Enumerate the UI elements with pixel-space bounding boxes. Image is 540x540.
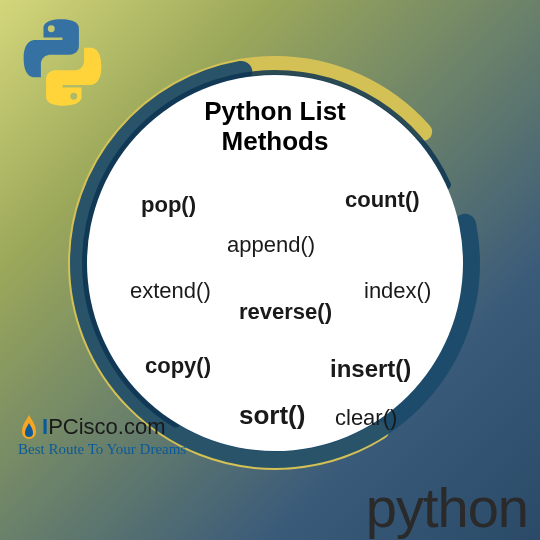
method-copy: copy(): [145, 353, 211, 379]
ipcisco-branding: IPCisco.com Best Route To Your Dreams: [18, 413, 198, 458]
site-domain: IPCisco.com: [18, 413, 198, 443]
method-pop: pop(): [141, 192, 196, 218]
python-wordmark: python: [366, 475, 528, 540]
method-clear: clear(): [335, 405, 397, 431]
method-count: count(): [345, 187, 420, 213]
method-reverse: reverse(): [239, 299, 332, 325]
site-rest: PCisco.com: [48, 414, 165, 439]
diagram-title: Python List Methods: [87, 97, 463, 157]
content-circle: Python List Methods pop() count() append…: [87, 75, 463, 451]
diagram-circle: Python List Methods pop() count() append…: [65, 53, 485, 473]
flame-icon: [18, 413, 40, 443]
method-sort: sort(): [239, 400, 305, 431]
method-insert: insert(): [330, 355, 411, 383]
site-tagline: Best Route To Your Dreams: [18, 441, 198, 458]
title-line-2: Methods: [222, 126, 329, 156]
method-extend: extend(): [130, 278, 211, 304]
title-line-1: Python List: [204, 96, 346, 126]
method-append: append(): [227, 232, 315, 258]
method-index: index(): [364, 278, 431, 304]
